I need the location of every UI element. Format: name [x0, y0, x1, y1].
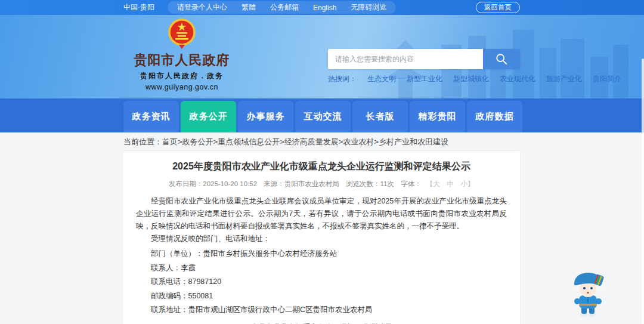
hot-word-item[interactable]: 生态文明 — [367, 74, 396, 84]
article-paragraph: 经贵阳市农业产业化市级重点龙头企业联席会议成员单位审定，现对2025年开展的农业… — [136, 195, 507, 233]
font-size-label: 字体： — [401, 180, 422, 187]
return-home-button[interactable]: 返回首页 — [476, 2, 520, 13]
topbar-item-china-guiyang[interactable]: 中国·贵阳 — [123, 2, 154, 13]
site-logo-block[interactable]: 贵阳市人民政府 贵阳市人民政府．政务 www.guiyang.gov.cn — [128, 18, 236, 91]
hot-word-item[interactable]: 新型城镇化 — [453, 74, 489, 84]
hot-word-item[interactable]: 旅游产业化 — [546, 74, 582, 84]
scrollbar[interactable] — [642, 58, 644, 324]
search-icon — [495, 53, 508, 66]
topbar-item-official-mail[interactable]: 公务邮箱 — [270, 2, 299, 13]
site-subtitle: 贵阳市人民政府．政务 — [128, 71, 236, 81]
hot-word-item[interactable]: 贵阳简介 — [593, 74, 621, 84]
nav-tab-news[interactable]: 政务资讯 — [123, 101, 179, 132]
topbar-links-group: 请登录个人中心 繁體 公务邮箱 English 无障碍浏览 — [168, 1, 396, 14]
nav-tab-disclosure[interactable]: 政务公开 — [181, 101, 236, 132]
nav-tab-gov-data[interactable]: 政府数据 — [467, 101, 522, 132]
topbar-item-accessibility[interactable]: 无障碍浏览 — [351, 2, 386, 13]
nav-tab-interaction[interactable]: 互动交流 — [295, 101, 351, 132]
contact-address: 联系地址：贵阳市观山湖区市级行政中心二期C区贵阳市农业农村局 — [136, 305, 507, 316]
nav-tab-services[interactable]: 办事服务 — [238, 101, 293, 132]
search-button[interactable] — [483, 49, 520, 69]
article-source: 来源：贵阳市农业农村局 — [264, 180, 339, 187]
site-url: www.guiyang.gov.cn — [128, 83, 236, 91]
nav-tab-highlights[interactable]: 精彩贵阳 — [410, 101, 465, 132]
article-card: 2025年度贵阳市农业产业化市级重点龙头企业运行监测和评定结果公示 发布日期：2… — [122, 150, 521, 324]
breadcrumb-label: 当前位置： — [123, 137, 162, 146]
breadcrumb-path[interactable]: 首页>政务公开>重点领域信息公开>经济高质量发展>农业农村>乡村产业和农田建设 — [162, 137, 448, 146]
hot-word-item[interactable]: 农业现代化 — [500, 74, 535, 84]
search-input[interactable] — [328, 49, 483, 69]
contact-person: 联系人：李霞 — [136, 263, 507, 274]
contact-phone: 联系电话：87987120 — [136, 277, 507, 288]
result-table-title: 农业产业化市级重点龙头企业运行监测结果 — [136, 322, 507, 324]
article-body: 经贵阳市农业产业化市级重点龙头企业联席会议成员单位审定，现对2025年开展的农业… — [136, 195, 507, 324]
top-utility-bar: 中国·贵阳 请登录个人中心 繁體 公务邮箱 English 无障碍浏览 返回首页 — [0, 0, 644, 15]
hot-search-label: 热搜词： — [328, 74, 357, 84]
main-navigation: 政务资讯 政务公开 办事服务 互动交流 长者版 精彩贵阳 政府数据 — [0, 98, 644, 132]
view-count: 浏览次数：11次 — [346, 180, 394, 187]
hot-search-row: 热搜词： 生态文明 新型工业化 新型城镇化 农业现代化 旅游产业化 贵阳简介 — [328, 74, 520, 84]
mascot-widget[interactable] — [569, 270, 606, 317]
hot-word-item[interactable]: 新型工业化 — [407, 74, 442, 84]
font-size-options[interactable]: 【大 中 小】 — [426, 180, 475, 187]
nav-tab-elder-version[interactable]: 长者版 — [352, 101, 408, 132]
site-title: 贵阳市人民政府 — [128, 51, 236, 69]
breadcrumb: 当前位置：首页>政务公开>重点领域信息公开>经济高质量发展>农业农村>乡村产业和… — [123, 137, 448, 147]
contact-postcode: 邮政编码：550081 — [136, 291, 507, 302]
article-meta: 发布日期：2025-10-20 10:52 来源：贵阳市农业农村局 浏览次数：1… — [123, 180, 520, 189]
topbar-item-traditional-chinese[interactable]: 繁體 — [242, 2, 256, 13]
article-title: 2025年度贵阳市农业产业化市级重点龙头企业运行监测和评定结果公示 — [123, 161, 520, 173]
publish-date: 发布日期：2025-10-20 10:52 — [169, 180, 257, 187]
topbar-item-english[interactable]: English — [313, 4, 336, 12]
contact-department: 部门（单位）：贵阳市乡村振兴服务中心农村经济服务站 — [136, 249, 507, 260]
national-emblem-icon — [168, 18, 196, 50]
topbar-item-login[interactable]: 请登录个人中心 — [177, 2, 227, 13]
site-banner: 贵阳市人民政府 贵阳市人民政府．政务 www.guiyang.gov.cn 热搜… — [0, 15, 644, 98]
article-paragraph: 受理情况反映的部门、电话和地址： — [136, 233, 507, 245]
